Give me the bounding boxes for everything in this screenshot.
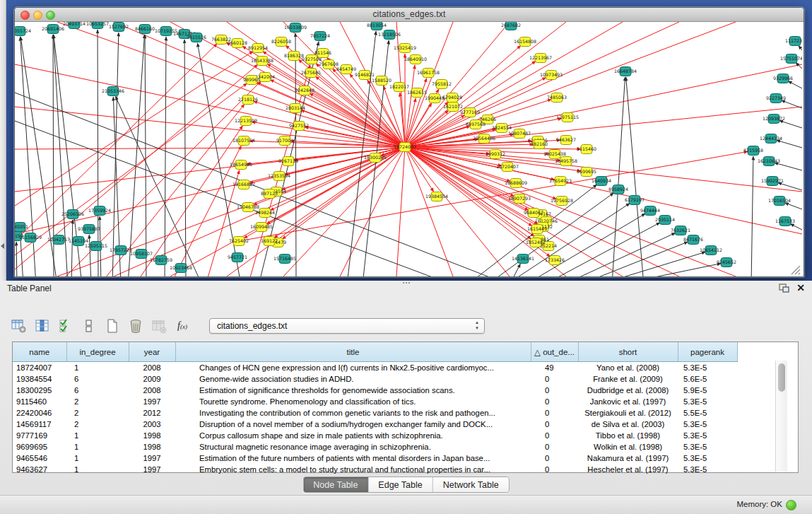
close-panel-icon[interactable]: ✕ [796,283,805,293]
cell-pagerank[interactable]: 5.9E-5 [678,385,737,396]
scrollbar-thumb[interactable] [778,363,785,392]
tab-edge-table[interactable]: Edge Table [368,477,433,492]
table-row[interactable]: 946362711997Embryonic stem cells: a mode… [13,464,737,475]
cell-name[interactable]: 22420046 [13,407,66,419]
column-header-pagerank[interactable]: pagerank [678,342,737,362]
cell-in_degree[interactable]: 1 [66,464,129,475]
graph-edge[interactable] [16,242,17,276]
cell-year[interactable]: 1997 [129,452,175,464]
cell-year[interactable]: 1998 [129,430,175,441]
cell-title[interactable]: Investigating the contribution of common… [175,407,531,419]
cell-pagerank[interactable]: 5.5E-5 [678,407,737,419]
graph-edge[interactable] [612,77,625,276]
cell-in_degree[interactable]: 6 [66,373,129,385]
graph-edge[interactable] [790,224,802,230]
cell-short[interactable]: Yano et al. (2008) [578,362,678,374]
cell-out_degree[interactable]: 0 [531,385,578,396]
graph-edge[interactable] [71,220,73,276]
table-row[interactable]: 1456911722003Disruption of a novel membe… [13,419,737,430]
cell-short[interactable]: Franke et al. (2009) [578,373,678,385]
tab-network-table[interactable]: Network Table [433,477,509,492]
graph-edge[interactable] [283,147,405,276]
cell-pagerank[interactable]: 5.3E-5 [678,430,737,441]
cell-short[interactable]: Jankovic et al. (1997) [578,396,678,407]
cell-title[interactable]: Disruption of a novel member of a sodium… [175,419,531,430]
memory-ok-indicator[interactable] [786,500,796,510]
column-header-title[interactable]: title [175,342,531,362]
cell-title[interactable]: Tourette syndrome. Phenomenology and cla… [175,396,531,407]
graph-edge[interactable] [781,100,802,108]
cell-year[interactable]: 1997 [129,464,175,475]
cell-out_degree[interactable]: 0 [531,464,578,475]
cell-in_degree[interactable]: 1 [66,430,129,441]
cell-in_degree[interactable]: 2 [66,407,129,419]
cell-title[interactable]: Embryonic stem cells: a model to study s… [175,464,531,475]
table-row[interactable]: 969969511998Structural magnetic resonanc… [13,441,737,452]
graph-edge[interactable] [405,22,736,147]
cell-in_degree[interactable]: 1 [66,452,129,464]
tab-node-table[interactable]: Node Table [303,477,368,492]
cell-short[interactable]: Tibbo et al. (1998) [578,430,678,441]
cell-out_degree[interactable]: 49 [531,362,578,374]
cell-name[interactable]: 9777169 [13,430,66,441]
cell-out_degree[interactable]: 0 [531,373,578,385]
cell-year[interactable]: 1997 [129,396,175,407]
cell-pagerank[interactable]: 5.3E-5 [678,452,737,464]
delete-table-button[interactable] [150,316,168,336]
graph-edge[interactable] [626,77,644,276]
cell-pagerank[interactable]: 5.3E-5 [678,419,737,430]
cell-in_degree[interactable]: 2 [66,419,129,430]
graph-edge[interactable] [405,147,736,276]
graph-edge[interactable] [405,64,802,147]
table-row[interactable]: 1830029562008Estimation of significance … [13,385,737,396]
graph-edge[interactable] [775,163,802,170]
cell-title[interactable]: Structural magnetic resonance image aver… [175,441,531,452]
cell-name[interactable]: 9465546 [13,452,66,464]
column-header-name[interactable]: name [13,342,66,362]
graph-edge[interactable] [751,156,753,276]
graph-edge[interactable] [128,35,144,276]
cell-year[interactable]: 2008 [129,362,175,374]
table-mode-button[interactable] [10,316,28,336]
show-columns-button[interactable] [33,316,52,336]
cell-name[interactable]: 19384554 [13,373,66,385]
cell-in_degree[interactable]: 1 [66,362,129,374]
cell-short[interactable]: Hescheler et al. (1997) [578,464,678,475]
cell-out_degree[interactable]: 0 [531,419,578,430]
network-window[interactable]: citations_edges.txt 18724007240557242069… [14,7,804,277]
cell-out_degree[interactable]: 0 [531,430,578,441]
cell-short[interactable]: Wolkin et al. (1998) [578,441,678,452]
cell-title[interactable]: Estimation of significance thresholds fo… [175,385,531,396]
cell-pagerank[interactable]: 5.3E-5 [678,362,737,374]
cell-in_degree[interactable]: 1 [66,441,129,452]
cell-pagerank[interactable]: 5.6E-5 [678,373,737,385]
cell-year[interactable]: 1998 [129,441,175,452]
graph-edge[interactable] [779,120,802,128]
column-header-short[interactable]: short [578,342,678,362]
table-scrollbar[interactable] [775,361,787,472]
panel-expand-arrow-icon[interactable] [1,243,4,249]
cell-name[interactable]: 18724007 [13,362,66,374]
graph-edge[interactable] [332,69,405,147]
graph-edge[interactable] [777,140,802,148]
cell-year[interactable]: 2012 [129,407,175,419]
select-columns-button[interactable] [57,316,75,336]
delete-column-button[interactable] [126,316,145,336]
function-builder-button[interactable]: f(x) [173,316,192,336]
graph-edge[interactable] [89,235,91,276]
cell-name[interactable]: 9115460 [13,396,66,407]
cell-pagerank[interactable]: 5.3E-5 [678,441,737,452]
graph-edge[interactable] [563,233,676,276]
graph-edge[interactable] [784,203,802,209]
network-graph-canvas[interactable]: 1872400724055724206914062049371410653257… [15,22,802,276]
graph-edge[interactable] [98,30,98,276]
cell-out_degree[interactable]: 0 [531,441,578,452]
column-header-year[interactable]: year [129,342,175,362]
create-column-button[interactable] [103,316,122,336]
cell-year[interactable]: 2008 [129,385,175,396]
cell-year[interactable]: 2009 [129,373,175,385]
cell-short[interactable]: Nakamura et al. (1997) [578,452,678,464]
window-titlebar[interactable]: citations_edges.txt [15,8,804,22]
graph-edge[interactable] [510,264,520,276]
cell-year[interactable]: 2003 [129,419,175,430]
